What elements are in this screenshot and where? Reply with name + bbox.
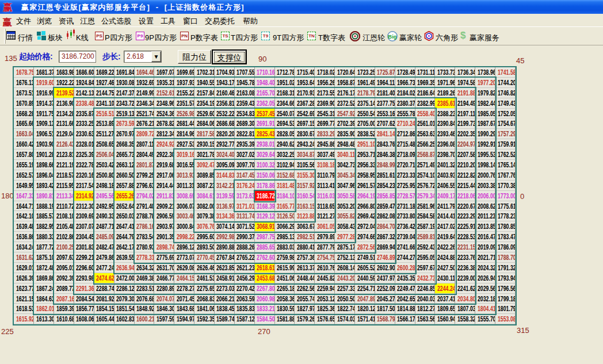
svg-text:Big: Big <box>388 33 397 40</box>
